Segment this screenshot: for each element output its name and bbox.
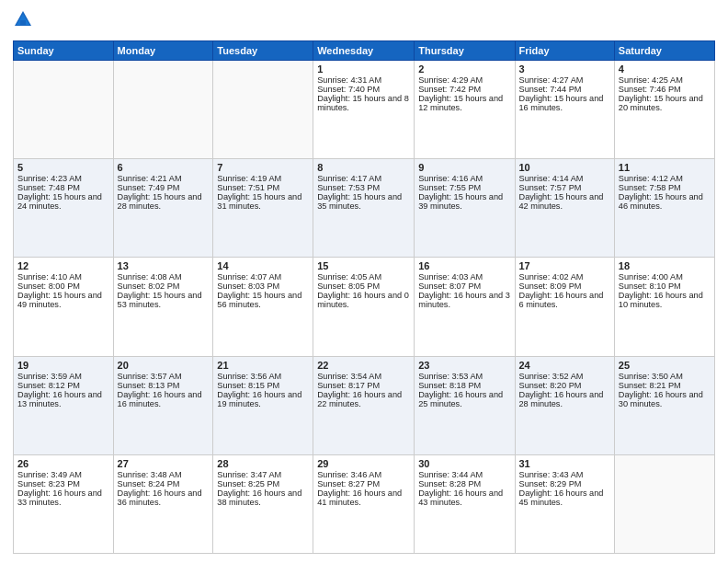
day-number: 20 xyxy=(118,360,210,371)
week-row-1: 1Sunrise: 4:31 AMSunset: 7:40 PMDaylight… xyxy=(14,61,715,159)
day-info: Sunrise: 3:59 AMSunset: 8:12 PMDaylight:… xyxy=(17,372,102,408)
day-info: Sunrise: 4:05 AMSunset: 8:05 PMDaylight:… xyxy=(317,272,409,309)
header-row: SundayMondayTuesdayWednesdayThursdayFrid… xyxy=(14,41,715,61)
day-info: Sunrise: 4:02 AMSunset: 8:09 PMDaylight:… xyxy=(519,272,604,309)
day-number: 26 xyxy=(17,458,109,469)
day-info: Sunrise: 4:00 AMSunset: 8:10 PMDaylight:… xyxy=(619,272,703,309)
day-info: Sunrise: 4:27 AMSunset: 7:44 PMDaylight:… xyxy=(519,75,604,112)
day-info: Sunrise: 3:57 AMSunset: 8:13 PMDaylight:… xyxy=(118,372,202,408)
day-number: 29 xyxy=(317,458,410,469)
calendar-cell: 11Sunrise: 4:12 AMSunset: 7:58 PMDayligh… xyxy=(614,159,714,258)
calendar-cell: 17Sunrise: 4:02 AMSunset: 8:09 PMDayligh… xyxy=(515,258,614,356)
day-number: 18 xyxy=(619,260,711,271)
header-cell-monday: Monday xyxy=(113,41,213,61)
day-info: Sunrise: 3:53 AMSunset: 8:18 PMDaylight:… xyxy=(418,372,503,408)
calendar-cell: 8Sunrise: 4:17 AMSunset: 7:53 PMDaylight… xyxy=(313,159,415,258)
day-number: 2 xyxy=(418,63,510,75)
day-number: 15 xyxy=(317,260,410,271)
calendar-cell: 26Sunrise: 3:49 AMSunset: 8:23 PMDayligh… xyxy=(14,454,114,553)
calendar-table: SundayMondayTuesdayWednesdayThursdayFrid… xyxy=(13,40,715,554)
calendar-cell: 14Sunrise: 4:07 AMSunset: 8:03 PMDayligh… xyxy=(213,258,313,356)
day-info: Sunrise: 4:14 AMSunset: 7:57 PMDaylight:… xyxy=(519,174,604,211)
calendar-cell xyxy=(14,61,114,159)
calendar-cell: 7Sunrise: 4:19 AMSunset: 7:51 PMDaylight… xyxy=(213,159,313,258)
calendar-cell xyxy=(113,61,213,159)
day-number: 7 xyxy=(217,162,309,173)
calendar-cell: 21Sunrise: 3:56 AMSunset: 8:15 PMDayligh… xyxy=(213,356,313,454)
week-row-4: 19Sunrise: 3:59 AMSunset: 8:12 PMDayligh… xyxy=(14,356,715,454)
calendar-cell xyxy=(614,454,714,553)
day-number: 25 xyxy=(619,360,711,371)
day-number: 12 xyxy=(17,260,109,271)
day-info: Sunrise: 3:50 AMSunset: 8:21 PMDaylight:… xyxy=(619,372,703,408)
calendar-cell: 2Sunrise: 4:29 AMSunset: 7:42 PMDaylight… xyxy=(415,61,515,159)
day-info: Sunrise: 3:44 AMSunset: 8:28 PMDaylight:… xyxy=(418,470,503,507)
day-number: 6 xyxy=(118,162,210,173)
calendar-cell: 3Sunrise: 4:27 AMSunset: 7:44 PMDaylight… xyxy=(515,61,614,159)
header-cell-saturday: Saturday xyxy=(614,41,714,61)
header-cell-tuesday: Tuesday xyxy=(213,41,313,61)
day-info: Sunrise: 3:54 AMSunset: 8:17 PMDaylight:… xyxy=(317,372,402,408)
day-number: 4 xyxy=(619,63,711,75)
day-info: Sunrise: 4:08 AMSunset: 8:02 PMDaylight:… xyxy=(118,272,202,309)
day-info: Sunrise: 4:17 AMSunset: 7:53 PMDaylight:… xyxy=(317,174,402,211)
svg-rect-2 xyxy=(20,20,26,25)
day-info: Sunrise: 3:43 AMSunset: 8:29 PMDaylight:… xyxy=(519,470,604,507)
day-info: Sunrise: 4:03 AMSunset: 8:07 PMDaylight:… xyxy=(418,272,510,309)
logo xyxy=(13,9,37,33)
header xyxy=(13,9,715,33)
calendar-cell: 10Sunrise: 4:14 AMSunset: 7:57 PMDayligh… xyxy=(515,159,614,258)
day-info: Sunrise: 4:23 AMSunset: 7:48 PMDaylight:… xyxy=(17,174,102,211)
day-number: 19 xyxy=(17,360,109,371)
header-cell-sunday: Sunday xyxy=(14,41,114,61)
page: SundayMondayTuesdayWednesdayThursdayFrid… xyxy=(0,0,728,563)
header-cell-friday: Friday xyxy=(515,41,614,61)
day-info: Sunrise: 4:25 AMSunset: 7:46 PMDaylight:… xyxy=(619,75,703,112)
calendar-cell: 19Sunrise: 3:59 AMSunset: 8:12 PMDayligh… xyxy=(14,356,114,454)
calendar-cell: 28Sunrise: 3:47 AMSunset: 8:25 PMDayligh… xyxy=(213,454,313,553)
calendar-cell: 20Sunrise: 3:57 AMSunset: 8:13 PMDayligh… xyxy=(113,356,213,454)
calendar-cell: 9Sunrise: 4:16 AMSunset: 7:55 PMDaylight… xyxy=(415,159,515,258)
calendar-cell: 18Sunrise: 4:00 AMSunset: 8:10 PMDayligh… xyxy=(614,258,714,356)
day-info: Sunrise: 3:49 AMSunset: 8:23 PMDaylight:… xyxy=(17,470,102,507)
calendar-cell: 23Sunrise: 3:53 AMSunset: 8:18 PMDayligh… xyxy=(415,356,515,454)
day-number: 24 xyxy=(519,360,610,371)
day-number: 30 xyxy=(418,458,510,469)
day-info: Sunrise: 3:56 AMSunset: 8:15 PMDaylight:… xyxy=(217,372,301,408)
day-info: Sunrise: 4:10 AMSunset: 8:00 PMDaylight:… xyxy=(17,272,102,309)
day-number: 28 xyxy=(217,458,309,469)
week-row-3: 12Sunrise: 4:10 AMSunset: 8:00 PMDayligh… xyxy=(14,258,715,356)
calendar-cell: 31Sunrise: 3:43 AMSunset: 8:29 PMDayligh… xyxy=(515,454,614,553)
calendar-cell: 5Sunrise: 4:23 AMSunset: 7:48 PMDaylight… xyxy=(14,159,114,258)
day-info: Sunrise: 4:19 AMSunset: 7:51 PMDaylight:… xyxy=(217,174,301,211)
calendar-cell: 25Sunrise: 3:50 AMSunset: 8:21 PMDayligh… xyxy=(614,356,714,454)
calendar-cell: 13Sunrise: 4:08 AMSunset: 8:02 PMDayligh… xyxy=(113,258,213,356)
calendar-cell: 6Sunrise: 4:21 AMSunset: 7:49 PMDaylight… xyxy=(113,159,213,258)
calendar-cell: 22Sunrise: 3:54 AMSunset: 8:17 PMDayligh… xyxy=(313,356,415,454)
logo-icon xyxy=(13,9,33,33)
day-info: Sunrise: 4:07 AMSunset: 8:03 PMDaylight:… xyxy=(217,272,301,309)
day-number: 3 xyxy=(519,63,610,75)
day-number: 9 xyxy=(418,162,510,173)
day-info: Sunrise: 3:46 AMSunset: 8:27 PMDaylight:… xyxy=(317,470,402,507)
day-number: 23 xyxy=(418,360,510,371)
day-info: Sunrise: 4:21 AMSunset: 7:49 PMDaylight:… xyxy=(118,174,202,211)
week-row-2: 5Sunrise: 4:23 AMSunset: 7:48 PMDaylight… xyxy=(14,159,715,258)
calendar-cell xyxy=(213,61,313,159)
day-number: 27 xyxy=(118,458,210,469)
day-info: Sunrise: 3:48 AMSunset: 8:24 PMDaylight:… xyxy=(118,470,202,507)
calendar-cell: 29Sunrise: 3:46 AMSunset: 8:27 PMDayligh… xyxy=(313,454,415,553)
day-number: 11 xyxy=(619,162,711,173)
day-info: Sunrise: 4:29 AMSunset: 7:42 PMDaylight:… xyxy=(418,75,503,112)
day-number: 1 xyxy=(317,63,410,75)
day-info: Sunrise: 4:12 AMSunset: 7:58 PMDaylight:… xyxy=(619,174,703,211)
calendar-cell: 16Sunrise: 4:03 AMSunset: 8:07 PMDayligh… xyxy=(415,258,515,356)
calendar-cell: 27Sunrise: 3:48 AMSunset: 8:24 PMDayligh… xyxy=(113,454,213,553)
calendar-cell: 30Sunrise: 3:44 AMSunset: 8:28 PMDayligh… xyxy=(415,454,515,553)
day-number: 10 xyxy=(519,162,610,173)
day-number: 21 xyxy=(217,360,309,371)
day-number: 8 xyxy=(317,162,410,173)
calendar-cell: 4Sunrise: 4:25 AMSunset: 7:46 PMDaylight… xyxy=(614,61,714,159)
day-number: 13 xyxy=(118,260,210,271)
day-number: 5 xyxy=(17,162,109,173)
